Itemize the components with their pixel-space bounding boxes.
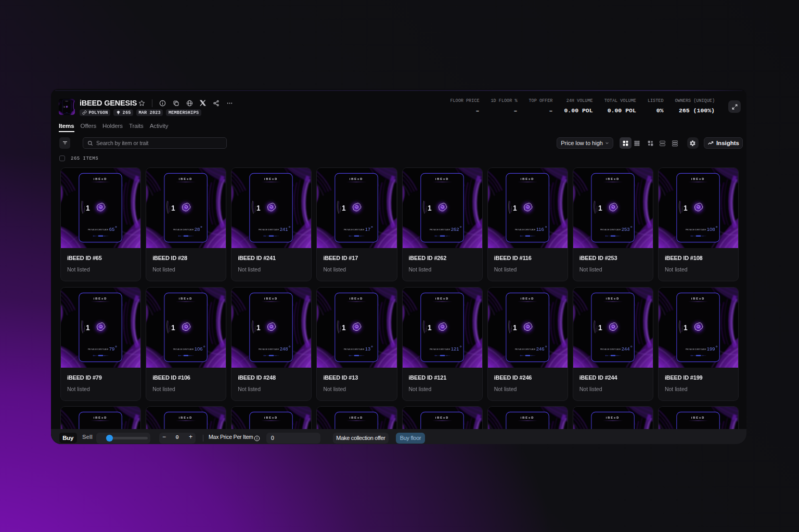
svg-text:28: 28 <box>195 226 200 232</box>
svg-text:17: 17 <box>365 226 370 232</box>
svg-text:246: 246 <box>536 345 544 351</box>
svg-text:121: 121 <box>450 345 459 351</box>
svg-text:253: 253 <box>622 226 630 232</box>
svg-text:241: 241 <box>280 226 288 232</box>
svg-text:248: 248 <box>280 345 288 351</box>
svg-text:13: 13 <box>365 345 370 351</box>
svg-text:116: 116 <box>536 226 544 232</box>
svg-text:108: 108 <box>707 226 715 232</box>
svg-text:65: 65 <box>109 226 114 232</box>
svg-text:106: 106 <box>195 345 203 351</box>
svg-text:79: 79 <box>109 345 114 351</box>
svg-text:199: 199 <box>707 345 715 351</box>
svg-text:262: 262 <box>450 226 459 232</box>
svg-text:244: 244 <box>622 345 630 351</box>
